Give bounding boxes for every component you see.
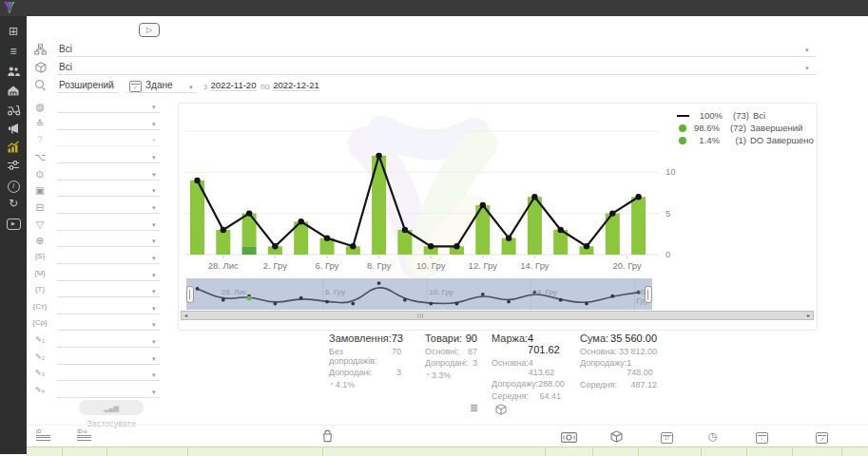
- sidebar-item-dashboard[interactable]: ⊞: [0, 25, 27, 40]
- site-filter-underline[interactable]: [57, 233, 160, 247]
- sidebar-item-promotion[interactable]: [0, 122, 27, 137]
- chevron-down-icon[interactable]: ▾: [152, 104, 156, 111]
- scroll-grip[interactable]: |||: [417, 312, 424, 319]
- legend-item[interactable]: 1.4%(1)DO Завершено: [677, 134, 814, 146]
- sidebar-item-customers[interactable]: [0, 65, 27, 80]
- sidebar-item-delivery[interactable]: [0, 103, 27, 118]
- board-view-icon[interactable]: ▷: [139, 23, 160, 37]
- legend-item[interactable]: 98.6%(72)Завершений: [677, 122, 814, 134]
- payment-filter-underline[interactable]: [57, 200, 160, 214]
- chevron-down-icon[interactable]: ▾: [152, 154, 156, 162]
- region-filter-underline[interactable]: [57, 99, 160, 113]
- utm-source-filter-underline[interactable]: [57, 250, 160, 264]
- legend-percent: 98.6%: [691, 123, 720, 133]
- utm-medium-filter-underline[interactable]: [57, 267, 160, 281]
- date-to-input[interactable]: 2022-12-21: [273, 80, 319, 91]
- sidebar-item-warehouse[interactable]: [0, 84, 27, 99]
- orders-list-icon: ≡: [10, 45, 16, 58]
- chart-scrollbar[interactable]: ◂ ||| ▸: [181, 311, 814, 320]
- stat-value: 73: [392, 332, 403, 344]
- navigator-right-handle[interactable]: [645, 286, 652, 303]
- chevron-down-icon[interactable]: ▾: [152, 171, 156, 179]
- timer-icon[interactable]: ◷: [708, 430, 718, 443]
- mini-chart-icon: ▂▄▆: [104, 405, 119, 411]
- navigator-label: 14. Гру: [532, 288, 557, 296]
- pencil-4-icon: ✎₄: [30, 386, 49, 394]
- product-filter-underline[interactable]: [57, 182, 160, 197]
- sidebar-item-sync[interactable]: ↻: [0, 197, 27, 212]
- banknote-icon: ⊟: [30, 201, 49, 213]
- package-cube-icon: [35, 62, 47, 73]
- chevron-down-icon[interactable]: ▾: [152, 321, 156, 329]
- utm-term-filter-underline[interactable]: [57, 283, 160, 297]
- manager-filter-underline[interactable]: [57, 166, 160, 180]
- cube-view-toggle[interactable]: [495, 404, 507, 415]
- status-filter-underline[interactable]: [57, 116, 160, 130]
- cube-icon[interactable]: [610, 430, 623, 443]
- chevron-down-icon[interactable]: ▾: [805, 65, 809, 72]
- chart-navigator[interactable]: 28. Лис6. Гру10. Гру14. Гру20. Гру: [186, 278, 652, 310]
- order-id-column-icon[interactable]: ID: [36, 429, 50, 441]
- bag-icon[interactable]: [321, 429, 334, 443]
- funnel-filter-underline[interactable]: [57, 217, 160, 231]
- legend-swatch-dot: [679, 137, 686, 144]
- utm-campaign-filter-underline[interactable]: [57, 316, 160, 331]
- navigator-left-handle[interactable]: [186, 286, 194, 303]
- sidebar-item-orders[interactable]: ≡: [0, 45, 27, 60]
- calendar-day-number: 17: [662, 435, 672, 443]
- sidebar-item-analytics[interactable]: [0, 141, 27, 156]
- stat-block-margin: Маржа:4 701.62Основна:4 413.62Допродажу:…: [492, 332, 561, 401]
- table-header-strip: [27, 446, 868, 456]
- chevron-down-icon[interactable]: ▾: [805, 47, 809, 54]
- scroll-right-arrow[interactable]: ▸: [807, 312, 810, 319]
- chevron-down-icon[interactable]: ▾: [152, 355, 156, 363]
- money-icon[interactable]: [561, 432, 577, 443]
- chevron-down-icon[interactable]: ▾: [152, 204, 156, 212]
- chevron-down-icon[interactable]: ▾: [152, 121, 156, 128]
- chevron-down-icon[interactable]: ▾: [152, 338, 156, 346]
- stat-title: Товари:: [425, 332, 462, 344]
- search-icon[interactable]: [35, 80, 44, 88]
- bottom-separator: [27, 425, 868, 426]
- source-filter-underline[interactable]: [57, 149, 160, 163]
- chevron-down-icon[interactable]: ▾: [152, 288, 156, 295]
- column-separator: [187, 447, 188, 456]
- custom-field-1-filter-underline[interactable]: [57, 333, 160, 348]
- sidebar-item-info[interactable]: i: [0, 178, 27, 193]
- sidebar-item-videos[interactable]: ▶: [0, 215, 27, 230]
- chevron-down-icon[interactable]: ▾: [152, 137, 156, 144]
- calendar-out-icon[interactable]: ↗: [816, 432, 828, 444]
- percent-icon: ◔: [425, 370, 430, 380]
- navigator-selection[interactable]: [186, 278, 652, 310]
- column-separator: [106, 447, 107, 456]
- question-filter-underline[interactable]: [57, 132, 160, 146]
- scroll-left-arrow[interactable]: ◂: [184, 312, 187, 319]
- custom-field-2-filter-underline[interactable]: [57, 351, 160, 365]
- custom-field-3-filter-underline[interactable]: [57, 367, 160, 381]
- list-view-toggle[interactable]: ≣: [470, 402, 478, 414]
- external-id-column-icon[interactable]: ID-o: [77, 429, 91, 441]
- date-from-input[interactable]: 2022-11-20: [210, 80, 257, 91]
- legend-item[interactable]: 100%(73)Всі: [677, 109, 814, 122]
- calendar-date-icon[interactable]: 17: [661, 432, 673, 444]
- stat-value: 35 560.00: [610, 332, 657, 344]
- chevron-down-icon[interactable]: ▾: [152, 238, 156, 245]
- sidebar-item-settings[interactable]: [0, 159, 27, 174]
- question-icon: ?: [30, 134, 49, 145]
- utm-content-filter-underline[interactable]: [57, 300, 160, 314]
- chart-legend: 100%(73)Всі98.6%(72)Завершений1.4%(1)DO …: [677, 109, 814, 146]
- stat-value: 4 701.62: [528, 332, 561, 355]
- app-logo[interactable]: [3, 1, 16, 15]
- chevron-down-icon[interactable]: ▾: [152, 255, 156, 262]
- chevron-down-icon[interactable]: ▾: [152, 187, 156, 195]
- custom-field-4-filter-underline[interactable]: [57, 384, 160, 398]
- chevron-down-icon[interactable]: ▾: [152, 305, 156, 313]
- chevron-down-icon[interactable]: ▾: [152, 272, 156, 279]
- navigator-label: 6. Гру: [325, 288, 345, 296]
- stat-sub-label: Без допродажів:: [329, 347, 392, 366]
- chevron-down-icon[interactable]: ▾: [152, 371, 156, 379]
- chevron-down-icon[interactable]: ▾: [152, 389, 156, 396]
- apply-button[interactable]: ▂▄▆ Застосувати: [79, 400, 144, 415]
- chevron-down-icon[interactable]: ▾: [152, 221, 156, 229]
- calendar-in-icon[interactable]: ▫: [756, 432, 768, 444]
